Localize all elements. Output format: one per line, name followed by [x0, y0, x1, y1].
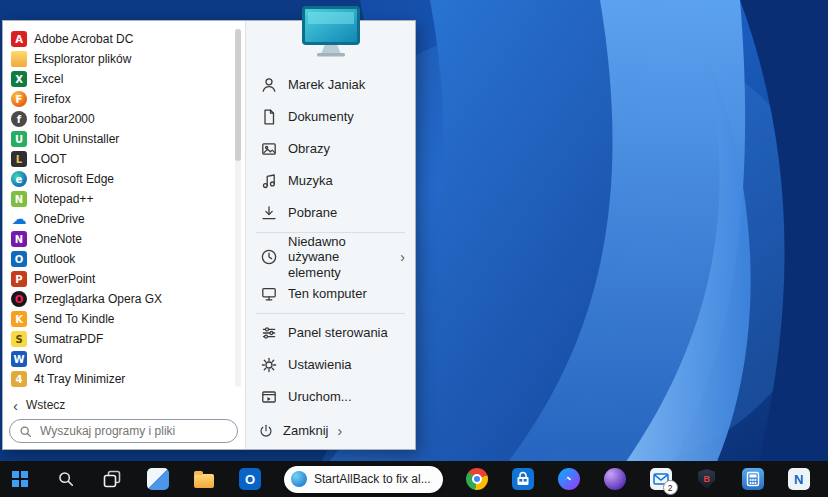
program-list-scrollbar[interactable] [235, 29, 241, 387]
opera-gx-icon: O [11, 291, 27, 307]
user-name: Marek Janiak [288, 77, 365, 93]
program-item-firefox[interactable]: F Firefox [5, 89, 233, 109]
shutdown-label: Zamknij [283, 423, 329, 439]
chrome-button[interactable] [465, 467, 489, 491]
program-item-notepad-plus-plus[interactable]: N Notepad++ [5, 189, 233, 209]
desktop[interactable]: A Adobe Acrobat DC Eksplorator plików X … [0, 0, 828, 497]
iobit-icon: U [11, 131, 27, 147]
word-icon: W [11, 351, 27, 367]
menu-item-label: Niedawno używane elementy [288, 234, 390, 281]
menu-item-settings[interactable]: Ustawienia [246, 349, 415, 381]
back-button-label: Wstecz [26, 398, 65, 412]
program-label: IObit Uninstaller [34, 132, 119, 146]
outlook-letter: O [245, 473, 255, 486]
program-label: Outlook [34, 252, 75, 266]
copilot-button[interactable] [603, 467, 627, 491]
shutdown-button[interactable]: Zamknij › [258, 419, 409, 443]
outlook-button[interactable]: O [238, 467, 262, 491]
sumatrapdf-icon: S [11, 331, 27, 347]
menu-item-documents[interactable]: Dokumenty [246, 101, 415, 133]
store-button[interactable] [511, 467, 535, 491]
n-app-letter: N [794, 473, 803, 486]
chevron-left-icon: ‹ [13, 397, 18, 414]
program-item-onedrive[interactable]: ☁ OneDrive [5, 209, 233, 229]
user-menu-item[interactable]: Marek Janiak [246, 69, 415, 101]
program-label: Przeglądarka Opera GX [34, 292, 162, 306]
program-label: Send To Kindle [34, 312, 115, 326]
menu-item-control-panel[interactable]: Panel sterowania [246, 317, 415, 349]
calculator-button[interactable] [741, 467, 765, 491]
program-item-word[interactable]: W Word [5, 349, 233, 369]
clock-icon [260, 248, 278, 266]
program-label: foobar2000 [34, 112, 95, 126]
task-view-button[interactable] [100, 467, 124, 491]
bitdefender-button[interactable]: B [695, 467, 719, 491]
search-icon [57, 470, 75, 488]
menu-item-recent-items[interactable]: Niedawno używane elementy › [246, 236, 415, 278]
menu-item-run[interactable]: Uruchom... [246, 381, 415, 413]
run-icon [260, 388, 278, 406]
task-view-icon [101, 468, 123, 490]
program-label: OneNote [34, 232, 82, 246]
notes-button[interactable]: N [787, 467, 811, 491]
program-label: OneDrive [34, 212, 85, 226]
menu-item-label: Muzyka [288, 173, 333, 189]
start-menu-right-panel: Marek Janiak Dokumenty Obrazy Muzyka [245, 21, 415, 449]
widgets-button[interactable] [146, 467, 170, 491]
messenger-button[interactable] [557, 467, 581, 491]
program-item-excel[interactable]: X Excel [5, 69, 233, 89]
menu-item-label: Pobrane [288, 205, 337, 221]
menu-item-label: Uruchom... [288, 389, 352, 405]
file-explorer-button[interactable] [192, 467, 216, 491]
menu-item-pictures[interactable]: Obrazy [246, 133, 415, 165]
pictures-icon [260, 140, 278, 158]
program-item-outlook[interactable]: O Outlook [5, 249, 233, 269]
widgets-icon [147, 468, 169, 490]
program-item-foobar2000[interactable]: f foobar2000 [5, 109, 233, 129]
control-panel-icon [260, 324, 278, 342]
back-button[interactable]: ‹ Wstecz [3, 395, 245, 415]
tray-minimizer-icon: 4 [11, 371, 27, 387]
program-item-powerpoint[interactable]: P PowerPoint [5, 269, 233, 289]
program-item-iobit-uninstaller[interactable]: U IObit Uninstaller [5, 129, 233, 149]
mail-button[interactable]: 2 [649, 467, 673, 491]
program-item-tray-minimizer[interactable]: 4 4t Tray Minimizer [5, 369, 233, 389]
menu-item-this-pc[interactable]: Ten komputer [246, 278, 415, 310]
chevron-right-icon: › [338, 423, 343, 439]
search-input[interactable] [38, 423, 228, 439]
notepad-plus-plus-icon: N [11, 191, 27, 207]
menu-divider [256, 313, 405, 314]
documents-icon [260, 108, 278, 126]
program-item-sumatrapdf[interactable]: S SumatraPDF [5, 329, 233, 349]
startallback-toast[interactable]: StartAllBack to fix al... [284, 466, 443, 493]
excel-icon: X [11, 71, 27, 87]
search-button[interactable] [54, 467, 78, 491]
powerpoint-icon: P [11, 271, 27, 287]
start-menu: A Adobe Acrobat DC Eksplorator plików X … [2, 20, 416, 450]
toast-text: StartAllBack to fix al... [314, 472, 431, 486]
search-box[interactable] [9, 419, 238, 443]
start-button[interactable] [8, 467, 32, 491]
calculator-icon [742, 468, 764, 490]
notification-badge: 2 [663, 480, 678, 495]
copilot-icon [604, 468, 626, 490]
program-item-adobe-acrobat[interactable]: A Adobe Acrobat DC [5, 29, 233, 49]
folder-icon [194, 474, 214, 488]
program-item-opera-gx[interactable]: O Przeglądarka Opera GX [5, 289, 233, 309]
onenote-icon: N [11, 231, 27, 247]
menu-item-music[interactable]: Muzyka [246, 165, 415, 197]
bitdefender-icon: B [698, 469, 715, 489]
program-item-file-explorer[interactable]: Eksplorator plików [5, 49, 233, 69]
program-item-send-to-kindle[interactable]: K Send To Kindle [5, 309, 233, 329]
menu-item-label: Ustawienia [288, 357, 352, 373]
menu-item-label: Obrazy [288, 141, 330, 157]
gear-icon [260, 356, 278, 374]
program-item-onenote[interactable]: N OneNote [5, 229, 233, 249]
scrollbar-thumb[interactable] [235, 29, 241, 161]
chevron-right-icon: › [400, 249, 407, 265]
user-icon [260, 76, 278, 94]
program-item-loot[interactable]: L LOOT [5, 149, 233, 169]
menu-item-downloads[interactable]: Pobrane [246, 197, 415, 229]
downloads-icon [260, 204, 278, 222]
program-item-edge[interactable]: e Microsoft Edge [5, 169, 233, 189]
